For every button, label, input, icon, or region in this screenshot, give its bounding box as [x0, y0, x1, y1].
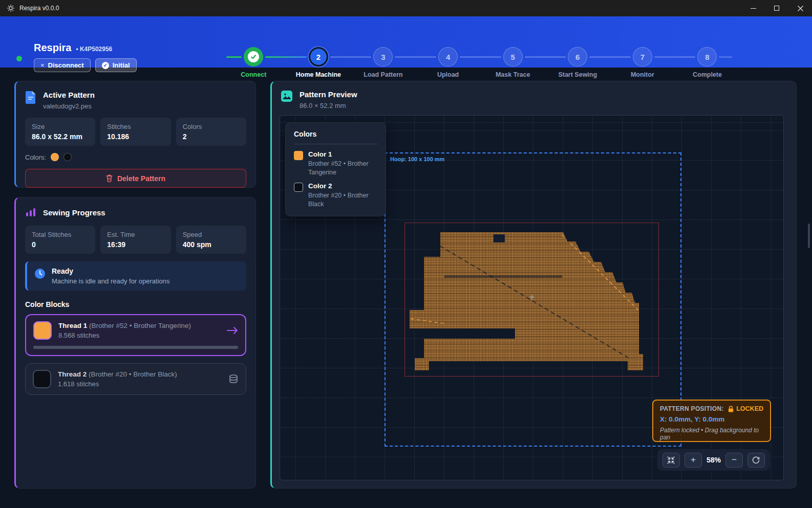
fit-screen-button[interactable] — [663, 453, 680, 468]
pattern-notch — [422, 328, 515, 339]
minimize-button[interactable] — [741, 0, 765, 16]
preview-dimensions: 86.0 × 52.2 mm — [300, 102, 357, 109]
card-title: Active Pattern — [43, 91, 95, 99]
thread-name: Thread 2 — [58, 370, 87, 378]
pattern-dark-mark — [444, 275, 562, 278]
arrow-right-icon — [227, 326, 238, 335]
thread-color-swatch — [33, 321, 52, 340]
maximize-button[interactable] — [765, 0, 788, 16]
legend-color-name: Color 1 — [308, 150, 377, 158]
legend-swatch — [294, 183, 303, 192]
thread-name: Thread 1 — [58, 322, 87, 329]
thread-row-2[interactable]: Thread 2 (Brother #20 • Brother Black) 1… — [25, 363, 246, 395]
center-crosshair-icon: + — [527, 293, 537, 302]
step-label: Start Sewing — [558, 71, 597, 78]
app-header: Respira • K4P502956 × Disconnect ✓ Initi… — [0, 16, 812, 68]
machine-serial: • K4P502956 — [76, 46, 112, 53]
stat-label: Est. Time — [107, 231, 164, 238]
color-swatch-orange — [51, 153, 59, 161]
delete-pattern-button[interactable]: Delete Pattern — [25, 169, 246, 188]
close-icon — [798, 6, 803, 11]
reset-view-button[interactable] — [747, 453, 765, 468]
check-badge-icon: ✓ — [102, 62, 109, 69]
step-number: 4 — [438, 47, 458, 67]
stat-size: Size 86.0 x 52.2 mm — [25, 118, 95, 146]
clock-icon — [34, 268, 46, 279]
workflow-stepper: Connect 2 Home Machine 3 Load Pattern 4 … — [221, 47, 740, 78]
step-label: Complete — [693, 71, 722, 78]
step-label: Monitor — [631, 71, 654, 78]
step-number: 7 — [633, 47, 652, 67]
stat-value: 16:39 — [107, 240, 164, 249]
step-label: Connect — [241, 71, 266, 78]
colors-legend: Colors Color 1 Brother #52 • Brother Tan… — [285, 122, 386, 216]
stat-value: 86.0 x 52.2 mm — [32, 132, 89, 141]
step-number: 8 — [697, 47, 717, 67]
brand-title: Respira — [34, 42, 71, 54]
thread-detail: (Brother #20 • Brother Black) — [89, 370, 177, 378]
status-title: Ready — [52, 267, 170, 275]
position-label: PATTERN POSITION: — [660, 405, 724, 412]
stat-speed: Speed 400 spm — [176, 226, 246, 254]
colors-label: Colors: — [25, 153, 46, 161]
step-complete[interactable]: 8 Complete — [675, 47, 740, 78]
stat-label: Size — [32, 123, 89, 130]
status-message: Machine is idle and ready for operations — [52, 277, 170, 285]
thread-row-1[interactable]: Thread 1 (Brother #52 • Brother Tangerin… — [25, 314, 246, 356]
machine-status-banner: Ready Machine is idle and ready for oper… — [25, 261, 246, 291]
step-number: 5 — [503, 47, 523, 67]
zoom-out-button[interactable]: − — [725, 453, 743, 468]
thread-stitches: 1.618 stitches — [58, 380, 222, 388]
stat-label: Stitches — [107, 123, 164, 130]
pattern-filename: valetudogv2.pes — [43, 102, 95, 110]
stat-value: 0 — [32, 240, 89, 249]
legend-color-detail: Brother #52 • Brother Tangerine — [308, 160, 377, 177]
legend-entry-2: Color 2 Brother #20 • Brother Black — [294, 182, 377, 209]
stat-colors: Colors 2 — [176, 118, 246, 146]
delete-pattern-label: Delete Pattern — [117, 174, 165, 183]
stat-label: Colors — [183, 123, 240, 130]
pattern-position-overlay: PATTERN POSITION: LOCKED X: 0.0mm, Y: 0.… — [652, 400, 771, 442]
preview-title: Pattern Preview — [300, 90, 357, 99]
step-label: Mask Trace — [496, 71, 530, 78]
disconnect-button[interactable]: × Disconnect — [34, 58, 91, 72]
refresh-icon — [752, 456, 760, 464]
thread-progress-bar — [33, 346, 238, 349]
zoom-in-button[interactable]: + — [685, 453, 702, 468]
stat-value: 400 spm — [183, 240, 240, 249]
step-load-pattern[interactable]: 3 Load Pattern — [351, 47, 416, 78]
step-label: Load Pattern — [364, 71, 402, 78]
fit-screen-icon — [667, 456, 675, 464]
image-icon — [281, 90, 293, 102]
minus-icon: − — [732, 455, 737, 465]
check-circle-icon — [244, 47, 263, 67]
step-mask-trace[interactable]: 5 Mask Trace — [480, 47, 545, 78]
stat-stitches: Stitches 10.186 — [100, 118, 170, 146]
position-hint: Pattern locked • Drag background to pan — [660, 427, 763, 441]
stat-label: Total Stitches — [32, 231, 89, 238]
zoom-level: 58% — [707, 456, 721, 464]
close-button[interactable] — [788, 0, 812, 16]
step-start-sewing[interactable]: 6 Start Sewing — [545, 47, 610, 78]
card-title: Sewing Progress — [43, 208, 105, 217]
legend-swatch — [294, 151, 303, 160]
jump-stitch-line — [411, 318, 446, 324]
step-number: 3 — [373, 47, 393, 67]
step-label: Home Machine — [296, 71, 341, 78]
locked-label: LOCKED — [736, 405, 763, 412]
step-connect[interactable]: Connect — [221, 47, 286, 78]
step-home-machine[interactable]: 2 Home Machine — [286, 47, 351, 78]
plus-icon: + — [691, 455, 696, 465]
sewing-progress-card: Sewing Progress Total Stitches 0 Est. Ti… — [14, 197, 256, 489]
position-coords: X: 0.0mm, Y: 0.0mm — [660, 415, 763, 423]
step-upload[interactable]: 4 Upload — [416, 47, 481, 78]
step-monitor[interactable]: 7 Monitor — [610, 47, 675, 78]
legend-title: Colors — [294, 130, 377, 138]
stat-est-time: Est. Time 16:39 — [100, 226, 170, 254]
window-titlebar: Respira v0.0.0 — [0, 0, 812, 16]
initial-button[interactable]: ✓ Initial — [95, 58, 137, 72]
stat-total-stitches: Total Stitches 0 — [25, 226, 95, 254]
stat-value: 10.186 — [107, 132, 164, 141]
preview-canvas[interactable]: Hoop: 100 x 100 mm + Colors Color 1 Brot… — [280, 115, 784, 480]
window-scrollbar-thumb[interactable] — [808, 224, 810, 248]
